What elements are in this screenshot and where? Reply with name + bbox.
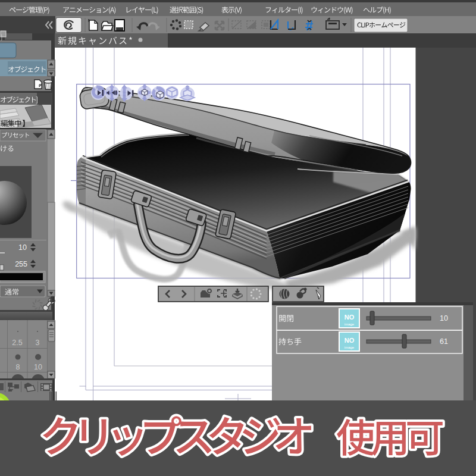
svg-text:10: 10 bbox=[440, 314, 448, 322]
svg-text:255: 255 bbox=[15, 260, 27, 268]
svg-text:2.5: 2.5 bbox=[12, 339, 22, 347]
svg-text:NO: NO bbox=[345, 314, 355, 321]
svg-text:61: 61 bbox=[440, 337, 448, 346]
svg-text:NO: NO bbox=[345, 337, 355, 344]
svg-text:10: 10 bbox=[18, 243, 27, 252]
svg-text:image: image bbox=[345, 346, 355, 349]
svg-text:3: 3 bbox=[36, 339, 40, 347]
svg-text:8: 8 bbox=[16, 363, 20, 371]
svg-text:image: image bbox=[345, 322, 355, 326]
svg-text:10: 10 bbox=[34, 363, 42, 371]
